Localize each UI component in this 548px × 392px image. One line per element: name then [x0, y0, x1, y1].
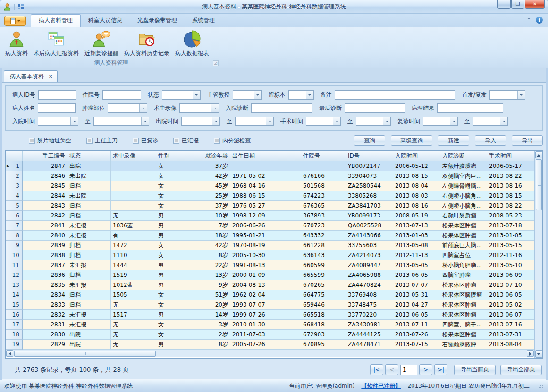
grid-cell[interactable]: 2013-08-15 — [487, 191, 534, 201]
grid-cell[interactable]: 2013-08-15 — [393, 171, 440, 181]
grid-cell[interactable]: QA0025528 — [346, 221, 393, 231]
admission-dx-input[interactable] — [251, 103, 312, 113]
grid-cell[interactable]: 2013-08-04 — [393, 181, 440, 191]
grid-cell[interactable]: ZA4478471 — [346, 340, 393, 350]
grid-cell[interactable]: 四脑室占位 — [440, 250, 487, 260]
grid-cell[interactable]: 670895 — [301, 340, 346, 350]
grid-cell[interactable]: 女 — [156, 320, 185, 330]
grid-cell[interactable]: 2005-10-30 — [230, 250, 301, 260]
grid-cell[interactable]: 松果体区肿瘤 — [440, 231, 487, 241]
grid-cell[interactable]: 668418 — [301, 320, 346, 330]
grid-cell[interactable]: 女 — [156, 171, 185, 181]
patient-name-input[interactable] — [38, 103, 76, 113]
grid-cell[interactable]: 松果体区肿瘤 — [440, 310, 487, 320]
grid-cell[interactable]: 松果体区肿瘤 — [440, 221, 487, 231]
first-page-button[interactable]: |< — [370, 364, 383, 375]
ribbon-tab-patient-management[interactable]: 病人资料管理 — [31, 14, 81, 27]
grid-cell[interactable]: 1472 — [111, 241, 156, 250]
grid-cell[interactable]: 无 — [111, 330, 156, 340]
grid-cell[interactable]: 2006-06-26 — [230, 221, 301, 231]
chevron-down-icon[interactable] — [500, 117, 507, 125]
chevron-down-icon[interactable] — [333, 117, 340, 125]
grid-cell[interactable]: 25岁 — [185, 191, 230, 201]
table-row[interactable]: 72841未汇报1036蓝男7岁2006-06-26670723QA002552… — [6, 221, 534, 231]
grid-cell[interactable]: 四脑室肿瘤 — [440, 270, 487, 280]
grid-cell[interactable]: 男 — [156, 260, 185, 270]
grid-cell[interactable]: 男 — [156, 280, 185, 290]
row-header[interactable]: 3 — [6, 181, 23, 191]
grid-cell[interactable]: 2004-08-13 — [230, 280, 301, 290]
page-number-input[interactable] — [400, 365, 417, 375]
row-header[interactable]: 9 — [6, 241, 23, 250]
grid-cell[interactable]: 1999-07-26 — [230, 310, 301, 320]
chevron-down-icon[interactable] — [212, 117, 219, 125]
grid-cell[interactable]: 男 — [156, 340, 185, 350]
grid-cell[interactable] — [230, 161, 301, 171]
grid-cell[interactable]: 2013-06-05 — [487, 290, 534, 300]
table-row[interactable]: 42844未出院女25岁1988-06-15674223338052682013… — [6, 191, 534, 201]
grid-cell[interactable]: 2013-05-08 — [393, 241, 440, 250]
grid-cell[interactable]: 8岁 — [185, 340, 230, 350]
chevron-down-icon[interactable] — [70, 117, 78, 125]
tumor-site-select[interactable] — [108, 103, 147, 113]
grid-cell[interactable]: 501568 — [301, 181, 346, 191]
checkbox-icon[interactable] — [214, 138, 220, 144]
grid-cell[interactable]: 女 — [156, 250, 185, 260]
grid-cell[interactable]: 42岁 — [185, 241, 230, 250]
grid-cell[interactable]: 双侧脑室内巨... — [440, 171, 487, 181]
scroll-up-icon[interactable] — [535, 151, 542, 158]
checkbox-chief-surgeon[interactable]: 主任主刀 — [86, 137, 118, 145]
inpatient-no-input[interactable] — [102, 90, 141, 100]
grid-cell[interactable]: 1993-07-07 — [230, 300, 301, 310]
grid-cell[interactable]: 四脑室、脑干... — [440, 320, 487, 330]
grid-cell[interactable]: 松果体区脑膜瘤 — [440, 290, 487, 300]
grid-cell[interactable]: 1962-02-04 — [230, 290, 301, 300]
import-button[interactable]: 导入 — [475, 135, 506, 146]
checkbox-icon[interactable] — [86, 138, 93, 144]
new-button[interactable]: 新建 — [438, 135, 469, 146]
followup-time-from-select[interactable] — [423, 117, 458, 126]
grid-cell[interactable]: 7岁 — [185, 221, 230, 231]
scroll-down-icon[interactable] — [535, 350, 542, 358]
grid-cell[interactable]: 未汇报 — [67, 320, 111, 330]
grid-cell[interactable]: 22岁 — [185, 260, 230, 270]
grid-cell[interactable] — [111, 201, 156, 211]
grid-cell[interactable]: 女 — [156, 290, 185, 300]
grid-cell[interactable]: 665518 — [301, 310, 346, 320]
grid-cell[interactable]: 33805268 — [346, 191, 393, 201]
table-row[interactable]: 112837未汇报1444男22岁1991-08-13660599ZA40894… — [6, 260, 534, 270]
grid-cell[interactable]: 2013-05-15 — [487, 241, 534, 250]
grid-cell[interactable]: ZA4143066 — [346, 231, 393, 241]
grid-cell[interactable]: 664775 — [301, 290, 346, 300]
layout-icon[interactable] — [17, 3, 25, 10]
grid-cell[interactable]: 2013-07-31 — [487, 330, 534, 340]
grid-cell[interactable]: 2013-06-09 — [487, 270, 534, 280]
grid-cell[interactable]: 右额颞脑脓肿 — [440, 340, 487, 350]
grid-cell[interactable]: 33755603 — [346, 241, 393, 250]
grid-cell[interactable]: 2013-04-27 — [393, 300, 440, 310]
prev-page-button[interactable]: < — [385, 364, 398, 375]
grid-cell[interactable]: 2830 — [23, 330, 67, 340]
checkbox-film-address-empty[interactable]: 胶片地址为空 — [29, 137, 71, 145]
registered-link[interactable]: 【软件已注册】 — [361, 382, 401, 390]
grid-cell[interactable]: 前颅底巨大脑... — [440, 241, 487, 250]
specimen-select[interactable] — [288, 90, 314, 100]
row-header[interactable]: 8 — [6, 231, 23, 241]
grid-cell[interactable]: 670265 — [301, 280, 346, 290]
column-header[interactable]: 手工编号 — [23, 151, 67, 161]
row-header[interactable]: 15 — [6, 300, 23, 310]
grid-cell[interactable]: 未汇报 — [67, 260, 111, 270]
export-all-pages-button[interactable]: 导出全部页 — [500, 365, 542, 375]
column-header[interactable]: 出生日期 — [230, 151, 301, 161]
grid-cell[interactable]: 未汇报 — [67, 280, 111, 290]
grid-cell[interactable]: 367893 — [301, 211, 346, 221]
grid-cell[interactable]: 松果体区肿瘤 — [440, 300, 487, 310]
resize-grip-icon[interactable] — [538, 383, 544, 389]
grid-cell[interactable]: 661228 — [301, 241, 346, 250]
scroll-left-icon[interactable] — [6, 350, 13, 357]
grid-cell[interactable]: 未汇报 — [67, 221, 111, 231]
row-header[interactable]: 14 — [6, 290, 23, 300]
table-row[interactable]: 192829出院无男8岁2005-07-26670895ZA4478471201… — [6, 340, 534, 350]
grid-cell[interactable]: 左额叶胶质瘤 — [440, 161, 487, 171]
grid-cell[interactable]: ZA4214073 — [346, 250, 393, 260]
